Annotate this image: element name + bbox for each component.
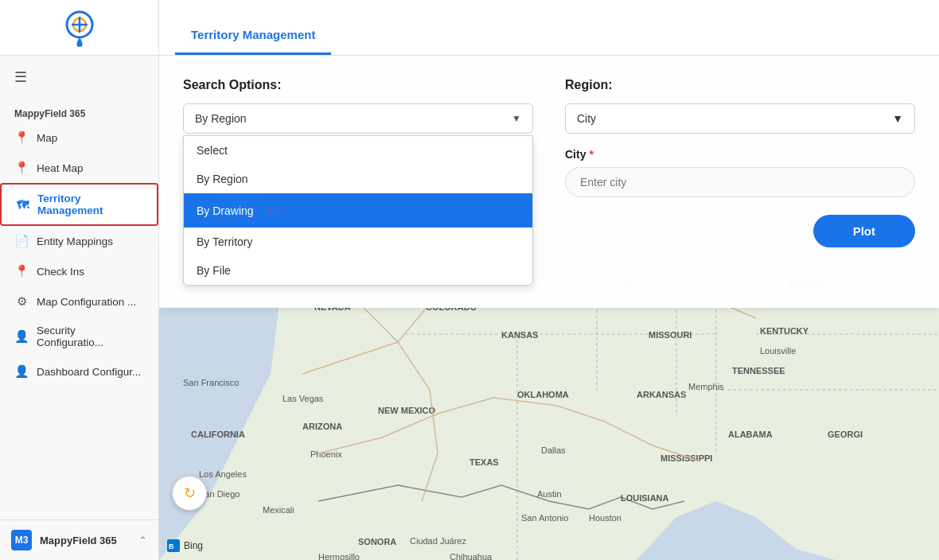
sidebar-item-heatmap[interactable]: 📍 Heat Map [0,153,158,183]
svg-text:Memphis: Memphis [688,382,724,391]
city-label: City * [565,148,915,161]
search-options-section: Search Options: By Region ▼ Select By Re… [183,78,533,286]
sidebar-item-checkins[interactable]: 📍 Check Ins [0,256,158,286]
svg-text:OKLAHOMA: OKLAHOMA [517,390,569,399]
map-icon: 📍 [14,130,29,145]
region-value: City [577,112,596,125]
region-dropdown[interactable]: City ▼ [565,103,915,134]
dropdown-item-select[interactable]: Select [184,136,532,165]
secconfig-icon: 👤 [14,329,29,344]
sidebar-section-label: MappyField 365 [0,99,158,122]
svg-text:Louisville: Louisville [760,346,796,356]
svg-text:Chihuahua: Chihuahua [450,552,493,560]
sidebar-item-label: Map [37,132,57,144]
sidebar-item-entity[interactable]: 📄 Entity Mappings [0,226,158,256]
main-layout: ☰ MappyField 365 📍 Map 📍 Heat Map 🗺 Terr… [0,56,939,560]
svg-text:B: B [169,542,174,550]
search-panel: Search Options: By Region ▼ Select By Re… [159,56,939,308]
chevron-down-icon: ▼ [512,113,521,124]
sidebar-item-label: Heat Map [37,162,84,174]
tab-territory-management[interactable]: Territory Management [175,28,331,55]
svg-text:Houston: Houston [589,513,621,523]
bing-logo: B [167,539,180,552]
svg-text:TEXAS: TEXAS [469,457,499,467]
sidebar-item-label: Dashboard Configur... [37,366,141,378]
sidebar-item-dashconfig[interactable]: 👤 Dashboard Configur... [0,356,158,387]
region-section: Region: City ▼ City * Plot [565,78,915,286]
dropdown-list: Select By Region By Drawing ← By Territo… [183,135,533,286]
svg-text:Hermosillo: Hermosillo [318,552,360,560]
sidebar: ☰ MappyField 365 📍 Map 📍 Heat Map 🗺 Terr… [0,56,159,560]
sidebar-footer-chevron: ⌃ [138,535,147,546]
svg-text:MISSISSIPPI: MISSISSIPPI [660,453,712,463]
region-label: Region: [565,78,915,92]
svg-text:San Antonio: San Antonio [521,513,568,523]
svg-text:MISSOURI: MISSOURI [649,330,692,340]
sidebar-item-map[interactable]: 📍 Map [0,122,158,153]
dropdown-item-byregion[interactable]: By Region [184,165,532,193]
svg-text:Los Angeles: Los Angeles [199,469,247,479]
sidebar-item-territory[interactable]: 🗺 Territory Management [0,183,158,226]
svg-text:GEORGI: GEORGI [828,430,863,439]
svg-text:ARKANSAS: ARKANSAS [637,390,686,399]
svg-text:CALIFORNIA: CALIFORNIA [191,430,245,439]
mapconfig-icon: ⚙ [14,294,29,309]
svg-text:LOUISIANA: LOUISIANA [621,493,669,503]
sidebar-item-label: Check Ins [37,266,84,278]
sidebar-item-mapconfig[interactable]: ⚙ Map Configuration ... [0,286,158,317]
sidebar-item-label: Security Configuratio... [37,325,144,348]
map-area: Seattle WASHINGTON Portland OREGON NEVAD… [159,56,939,560]
sidebar-footer[interactable]: M3 MappyField 365 ⌃ [0,519,158,560]
svg-text:ARIZONA: ARIZONA [302,422,342,431]
search-options-label: Search Options: [183,78,533,92]
svg-text:NEW MEXICO: NEW MEXICO [378,406,436,415]
svg-text:Las Vegas: Las Vegas [282,394,324,403]
sidebar-item-secconfig[interactable]: 👤 Security Configuratio... [0,317,158,356]
dropdown-item-byterritory[interactable]: By Territory [184,228,532,256]
svg-text:Austin: Austin [537,489,562,499]
svg-text:San Francisco: San Francisco [183,378,239,387]
dropdown-selected-value: By Region [195,112,247,125]
city-input[interactable] [565,167,915,197]
dropdown-item-byfile[interactable]: By File [184,256,532,285]
region-chevron-icon: ▼ [892,112,903,125]
search-options-dropdown-btn[interactable]: By Region ▼ [183,103,533,134]
svg-text:Ciudad Juárez: Ciudad Juárez [410,536,466,546]
dashconfig-icon: 👤 [14,364,29,379]
sidebar-footer-badge: M3 [11,530,32,550]
arrow-indicator: ← [265,201,281,220]
sidebar-item-label: Territory Management [37,192,142,216]
svg-text:SONORA: SONORA [358,537,396,546]
heatmap-icon: 📍 [14,161,29,175]
svg-text:Dallas: Dallas [541,445,566,455]
required-star: * [589,148,593,161]
bing-label: Bing [184,540,203,551]
checkins-icon: 📍 [14,264,29,278]
entity-icon: 📄 [14,234,29,248]
svg-text:Mexicali: Mexicali [263,505,294,515]
sidebar-item-label: Entity Mappings [37,235,113,247]
svg-text:TENNESSEE: TENNESSEE [732,366,785,375]
app-header: Territory Management [0,0,939,56]
plot-button[interactable]: Plot [813,215,915,247]
territory-icon: 🗺 [16,198,29,212]
bing-attribution: B Bing [167,539,203,552]
svg-text:KANSAS: KANSAS [501,330,538,340]
svg-text:ALABAMA: ALABAMA [728,430,773,439]
svg-text:KENTUCKY: KENTUCKY [760,326,809,336]
sidebar-footer-label: MappyField 365 [40,535,117,546]
map-refresh-button[interactable]: ↻ [172,476,207,511]
dropdown-item-bydrawing[interactable]: By Drawing ← [184,193,532,228]
app-logo [60,9,99,47]
sidebar-item-label: Map Configuration ... [37,296,136,308]
header-tabs: Territory Management [159,0,939,55]
hamburger-menu[interactable]: ☰ [0,56,158,99]
logo-area [0,0,159,55]
